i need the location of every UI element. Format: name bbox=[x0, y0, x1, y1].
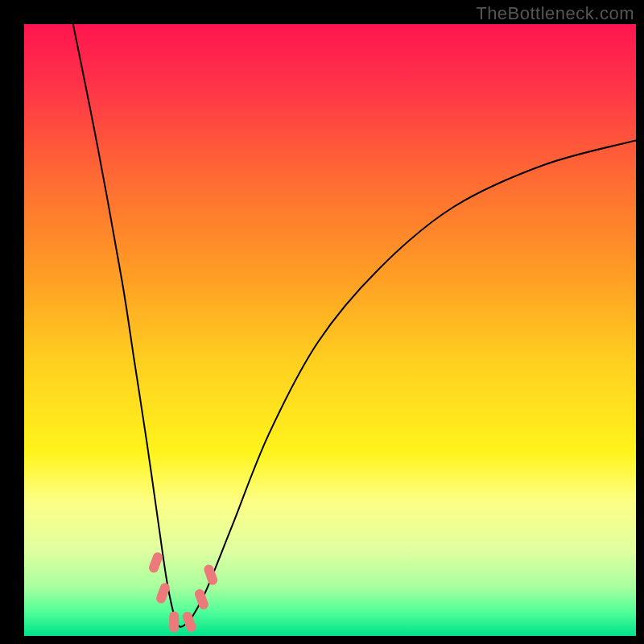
watermark-text: TheBottleneck.com bbox=[476, 3, 634, 24]
chart-container: TheBottleneck.com bbox=[0, 0, 644, 644]
curve-marker bbox=[169, 612, 179, 633]
chart-svg bbox=[24, 24, 636, 636]
plot-area bbox=[24, 24, 636, 636]
gradient-background bbox=[24, 24, 636, 636]
